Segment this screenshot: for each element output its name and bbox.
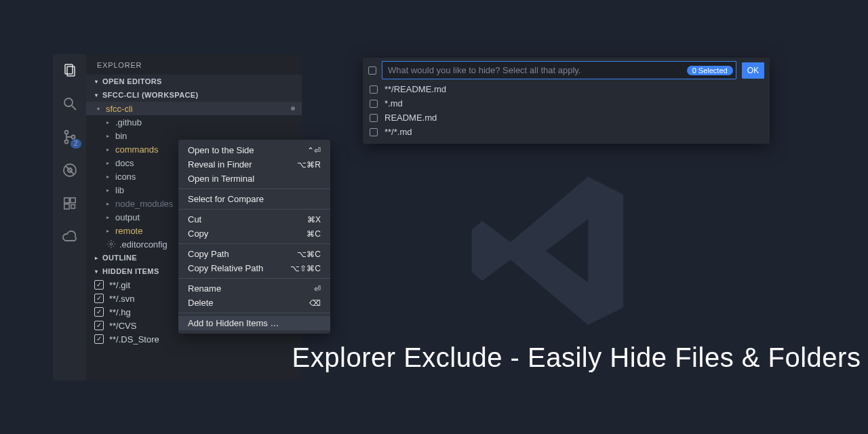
chevron-right-icon: ▸ xyxy=(106,174,112,180)
menu-separator xyxy=(178,189,330,189)
menu-label: Open to the Side xyxy=(188,145,254,155)
menu-copy[interactable]: Copy⌘C xyxy=(178,226,330,241)
menu-shortcut: ⏎ xyxy=(314,284,321,294)
menu-label: Cut xyxy=(188,214,201,224)
menu-label: Rename xyxy=(188,283,221,294)
tree-item-label: lib xyxy=(115,185,124,195)
menu-separator xyxy=(178,313,330,313)
checkbox-checked-icon[interactable] xyxy=(94,321,104,330)
checkbox-icon[interactable] xyxy=(370,128,378,136)
selected-count-badge: 0 Selected xyxy=(687,66,733,75)
chevron-right-icon: ▸ xyxy=(106,146,112,153)
svg-rect-0 xyxy=(65,64,73,74)
chevron-right-icon: ▸ xyxy=(106,160,112,166)
chevron-right-icon: ▸ xyxy=(93,255,100,261)
menu-label: Add to Hidden Items … xyxy=(188,318,279,328)
debug-icon[interactable] xyxy=(60,161,79,180)
svg-point-13 xyxy=(110,243,113,245)
checkbox-checked-icon[interactable] xyxy=(94,307,104,317)
cloud-icon[interactable] xyxy=(60,227,79,246)
modified-indicator-icon xyxy=(291,106,295,111)
checkbox-icon[interactable] xyxy=(370,100,378,108)
svg-rect-12 xyxy=(71,205,75,209)
menu-open-side[interactable]: Open to the Side⌃⏎ xyxy=(178,143,330,157)
hidden-item-label: **/.svn xyxy=(109,294,135,304)
hidden-item-label: **/.hg xyxy=(109,307,131,317)
tree-item-label: commands xyxy=(115,144,159,155)
tree-item-label: output xyxy=(115,212,140,222)
menu-shortcut: ⌘X xyxy=(307,215,321,224)
menu-label: Copy Relative Path xyxy=(188,263,263,273)
quick-pick-option[interactable]: *.md xyxy=(366,96,766,111)
explorer-icon[interactable] xyxy=(60,61,79,80)
hidden-item-label: **/.git xyxy=(109,280,130,290)
menu-delete[interactable]: Delete⌫ xyxy=(178,296,330,310)
menu-label: Delete xyxy=(188,298,214,308)
activity-bar: 2 xyxy=(53,54,86,380)
option-label: README.md xyxy=(384,113,437,123)
panel-title: EXPLORER xyxy=(86,54,302,75)
chevron-right-icon: ▸ xyxy=(106,133,112,139)
chevron-right-icon: ▸ xyxy=(106,119,112,125)
menu-reveal-finder[interactable]: Reveal in Finder⌥⌘R xyxy=(178,157,330,172)
svg-rect-9 xyxy=(64,198,68,203)
menu-shortcut: ⌥⌘R xyxy=(297,160,321,170)
svg-rect-11 xyxy=(64,204,68,209)
menu-label: Copy Path xyxy=(188,249,229,259)
quick-pick-input[interactable] xyxy=(382,61,736,79)
menu-open-terminal[interactable]: Open in Terminal xyxy=(178,172,330,186)
menu-add-hidden[interactable]: Add to Hidden Items … xyxy=(178,316,330,330)
tree-root[interactable]: ▾ sfcc-cli xyxy=(86,102,302,115)
extensions-icon[interactable] xyxy=(60,194,79,213)
chevron-right-icon: ▸ xyxy=(106,201,112,207)
quick-pick-option[interactable]: **/*.md xyxy=(366,125,766,139)
option-label: **/*.md xyxy=(384,127,412,137)
chevron-down-icon: ▾ xyxy=(93,79,100,85)
checkbox-checked-icon[interactable] xyxy=(94,294,104,303)
menu-separator xyxy=(178,209,330,210)
tree-item-label: remote xyxy=(115,226,142,236)
scm-badge: 2 xyxy=(71,139,81,149)
menu-cut[interactable]: Cut⌘X xyxy=(178,212,330,226)
checkbox-icon[interactable] xyxy=(370,114,378,122)
chevron-right-icon: ▸ xyxy=(106,228,112,234)
chevron-down-icon: ▾ xyxy=(97,106,102,112)
quick-pick-options: **/README.md *.md README.md **/*.md xyxy=(366,82,766,139)
menu-label: Select for Compare xyxy=(188,194,264,204)
tree-item-label: node_modules xyxy=(115,199,173,209)
svg-line-3 xyxy=(72,106,76,110)
tagline-text: Explorer Exclude - Easily Hide Files & F… xyxy=(0,342,868,373)
tree-item-label: icons xyxy=(115,172,136,182)
menu-copy-path[interactable]: Copy Path⌥⌘C xyxy=(178,247,330,261)
tree-item-label: .editorconfig xyxy=(119,239,167,250)
tree-folder[interactable]: ▸.github xyxy=(86,115,302,129)
svg-point-2 xyxy=(64,98,73,106)
menu-rename[interactable]: Rename⏎ xyxy=(178,281,330,296)
search-icon[interactable] xyxy=(60,94,79,113)
workspace-header[interactable]: ▾ SFCC-CLI (WORKSPACE) xyxy=(86,88,302,102)
menu-shortcut: ⌘C xyxy=(307,229,321,239)
open-editors-label: OPEN EDITORS xyxy=(102,77,162,85)
source-control-icon[interactable]: 2 xyxy=(60,127,79,146)
checkbox-checked-icon[interactable] xyxy=(94,280,104,290)
svg-point-4 xyxy=(64,131,68,134)
tree-root-label: sfcc-cli xyxy=(106,104,133,114)
ok-button[interactable]: OK xyxy=(742,62,764,79)
svg-point-6 xyxy=(71,136,75,139)
chevron-right-icon: ▸ xyxy=(106,187,112,193)
open-editors-header[interactable]: ▾ OPEN EDITORS xyxy=(86,75,302,88)
menu-label: Open in Terminal xyxy=(188,174,254,184)
quick-pick-option[interactable]: **/README.md xyxy=(366,82,766,96)
checkbox-icon[interactable] xyxy=(370,85,378,94)
select-all-checkbox[interactable] xyxy=(368,66,376,75)
menu-shortcut: ⌃⏎ xyxy=(307,146,321,155)
menu-shortcut: ⌥⇧⌘C xyxy=(290,264,321,273)
svg-rect-1 xyxy=(67,66,75,76)
menu-copy-rel-path[interactable]: Copy Relative Path⌥⇧⌘C xyxy=(178,261,330,275)
menu-select-compare[interactable]: Select for Compare xyxy=(178,192,330,206)
menu-label: Copy xyxy=(188,229,208,239)
svg-rect-10 xyxy=(70,198,75,203)
vscode-logo-watermark xyxy=(461,163,637,339)
backspace-icon: ⌫ xyxy=(309,298,321,308)
quick-pick-option[interactable]: README.md xyxy=(366,111,766,125)
